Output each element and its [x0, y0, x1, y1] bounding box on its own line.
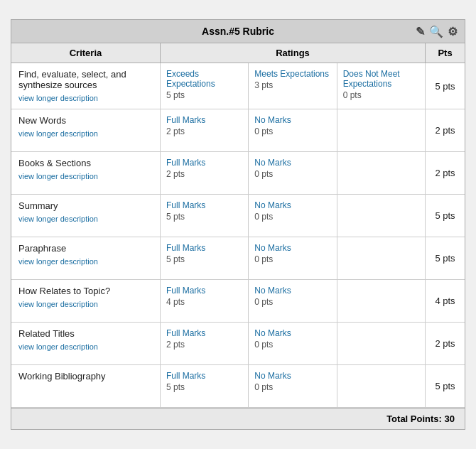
total-label: Total Points:: [386, 413, 442, 424]
view-longer-link[interactable]: view longer description: [18, 257, 98, 266]
cell-ratings: Full Marks2 ptsNo Marks0 pts: [161, 152, 426, 194]
criteria-name: New Words: [18, 115, 153, 126]
rating-pts: 0 pts: [254, 212, 330, 222]
table-row: Books & Sectionsview longer descriptionF…: [11, 152, 465, 195]
rating-name: Exceeds Expectations: [166, 69, 242, 89]
total-number: 30: [445, 413, 455, 424]
rating-item: Full Marks5 pts: [161, 195, 249, 237]
rating-spacer: [337, 323, 425, 364]
edit-icon[interactable]: ✎: [416, 25, 425, 38]
rating-pts: 0 pts: [343, 90, 419, 100]
rating-name: Full Marks: [166, 371, 242, 381]
cell-criteria: Related Titlesview longer description: [11, 323, 161, 364]
rating-pts: 2 pts: [166, 169, 242, 179]
rating-name: Full Marks: [166, 328, 242, 338]
rating-item: Full Marks5 pts: [161, 365, 249, 407]
table-row: New Wordsview longer descriptionFull Mar…: [11, 109, 465, 152]
rating-spacer: [337, 109, 425, 151]
cell-ratings: Full Marks4 ptsNo Marks0 pts: [161, 280, 426, 322]
view-longer-link[interactable]: view longer description: [18, 215, 98, 223]
rating-item: No Marks0 pts: [249, 152, 337, 194]
rating-pts: 0 pts: [254, 340, 330, 350]
rating-pts: 0 pts: [254, 297, 330, 307]
rating-pts: 4 pts: [166, 297, 242, 307]
cell-ratings: Exceeds Expectations5 ptsMeets Expectati…: [161, 63, 426, 109]
table-row: Summaryview longer descriptionFull Marks…: [11, 195, 465, 237]
rating-name: No Marks: [254, 371, 330, 381]
cell-criteria: How Relates to Topic?view longer descrip…: [11, 280, 161, 322]
view-longer-link[interactable]: view longer description: [18, 94, 98, 102]
table-row: Paraphraseview longer descriptionFull Ma…: [11, 237, 465, 280]
rubric-header: Assn.#5 Rubric ✎ 🔍 ⚙: [11, 20, 465, 43]
rating-spacer: [337, 195, 425, 237]
rubric-footer: Total Points: 30: [11, 408, 465, 429]
criteria-name: Books & Sections: [18, 158, 153, 168]
rating-name: Full Marks: [166, 200, 242, 210]
cell-ratings: Full Marks5 ptsNo Marks0 pts: [161, 365, 426, 407]
rating-item: No Marks0 pts: [249, 237, 337, 279]
rating-pts: 2 pts: [166, 340, 242, 350]
rubric-rows: Find, evaluate, select, and synthesize s…: [11, 63, 465, 408]
rating-item: Does Not Meet Expectations0 pts: [337, 63, 425, 109]
cell-criteria: Working Bibliography: [11, 365, 161, 407]
column-headers: Criteria Ratings Pts: [11, 43, 465, 63]
cell-ratings: Full Marks2 ptsNo Marks0 pts: [161, 109, 426, 151]
cell-ratings: Full Marks5 ptsNo Marks0 pts: [161, 195, 426, 237]
rating-item: No Marks0 pts: [249, 109, 337, 151]
cell-criteria: Books & Sectionsview longer description: [11, 152, 161, 194]
cell-pts: 5 pts: [426, 63, 465, 109]
rating-name: No Marks: [254, 328, 330, 338]
rating-item: Full Marks4 pts: [161, 280, 249, 322]
cell-criteria: Find, evaluate, select, and synthesize s…: [11, 63, 161, 109]
search-icon[interactable]: 🔍: [429, 25, 443, 38]
rating-name: Meets Expectations: [254, 69, 330, 79]
criteria-name: How Relates to Topic?: [18, 286, 153, 296]
rating-pts: 0 pts: [254, 126, 330, 136]
rating-spacer: [337, 280, 425, 322]
rating-name: Full Marks: [166, 115, 242, 125]
rating-pts: 0 pts: [254, 382, 330, 392]
table-row: How Relates to Topic?view longer descrip…: [11, 280, 465, 323]
cell-criteria: New Wordsview longer description: [11, 109, 161, 151]
cell-criteria: Paraphraseview longer description: [11, 237, 161, 279]
rating-item: Full Marks5 pts: [161, 237, 249, 279]
rating-name: Full Marks: [166, 243, 242, 253]
rating-item: No Marks0 pts: [249, 280, 337, 322]
rating-spacer: [337, 365, 425, 407]
cell-ratings: Full Marks2 ptsNo Marks0 pts: [161, 323, 426, 364]
rating-name: Does Not Meet Expectations: [343, 69, 419, 89]
rating-name: No Marks: [254, 158, 330, 168]
rating-item: Full Marks2 pts: [161, 109, 249, 151]
rating-name: Full Marks: [166, 158, 242, 168]
settings-icon[interactable]: ⚙: [448, 25, 458, 38]
cell-ratings: Full Marks5 ptsNo Marks0 pts: [161, 237, 426, 279]
rating-item: Full Marks2 pts: [161, 323, 249, 364]
rating-pts: 5 pts: [166, 382, 242, 392]
rating-item: Exceeds Expectations5 pts: [161, 63, 249, 109]
cell-pts: 5 pts: [426, 365, 465, 407]
table-row: Find, evaluate, select, and synthesize s…: [11, 63, 465, 109]
criteria-name: Summary: [18, 200, 153, 211]
view-longer-link[interactable]: view longer description: [18, 342, 98, 351]
rating-item: Meets Expectations3 pts: [249, 63, 337, 109]
cell-pts: 2 pts: [426, 152, 465, 194]
view-longer-link[interactable]: view longer description: [18, 300, 98, 308]
cell-pts: 5 pts: [426, 195, 465, 237]
rating-pts: 2 pts: [166, 126, 242, 136]
view-longer-link[interactable]: view longer description: [18, 129, 98, 138]
rating-name: No Marks: [254, 115, 330, 125]
col-header-criteria: Criteria: [11, 43, 161, 63]
rating-spacer: [337, 152, 425, 194]
rating-pts: 3 pts: [254, 80, 330, 90]
rating-name: No Marks: [254, 243, 330, 253]
cell-pts: 5 pts: [426, 237, 465, 279]
criteria-name: Related Titles: [18, 328, 153, 339]
cell-pts: 4 pts: [426, 280, 465, 322]
rating-item: No Marks0 pts: [249, 365, 337, 407]
cell-criteria: Summaryview longer description: [11, 195, 161, 237]
view-longer-link[interactable]: view longer description: [18, 172, 98, 180]
rating-pts: 0 pts: [254, 169, 330, 179]
header-icons: ✎ 🔍 ⚙: [416, 25, 458, 38]
cell-pts: 2 pts: [426, 323, 465, 364]
rating-name: No Marks: [254, 200, 330, 210]
